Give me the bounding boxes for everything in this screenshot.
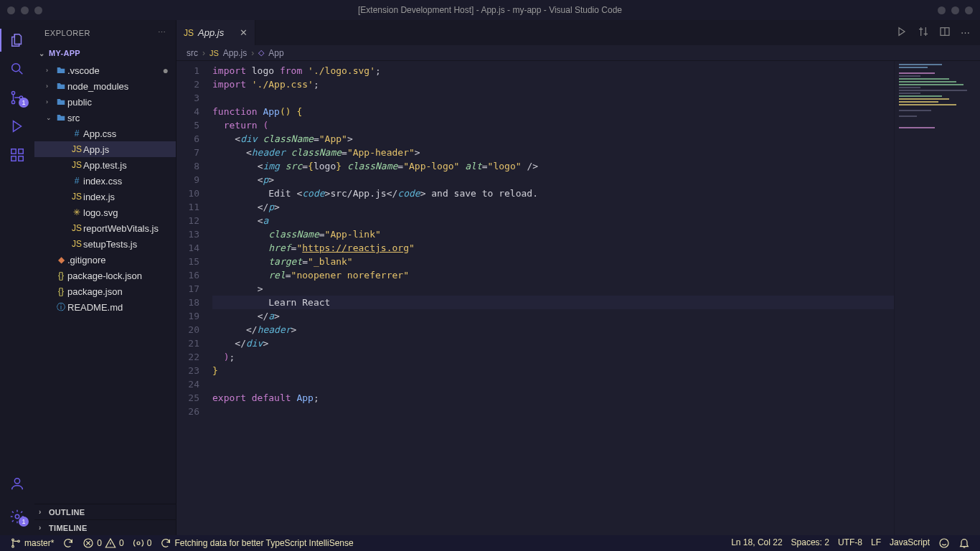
tree-file[interactable]: #index.css xyxy=(34,173,176,189)
tree-file[interactable]: JSApp.js xyxy=(34,141,176,157)
diff-icon[interactable] xyxy=(918,26,929,39)
code-content[interactable]: import logo from './logo.svg';import './… xyxy=(212,61,980,535)
tab-app-js[interactable]: JS App.js ✕ xyxy=(176,20,255,45)
status-language[interactable]: JavaScript xyxy=(885,537,934,547)
tree-file[interactable]: ◆.gitignore xyxy=(34,252,176,268)
outline-section[interactable]: › OUTLINE xyxy=(34,504,176,519)
tree-file[interactable]: {}package-lock.json xyxy=(34,268,176,283)
minimap[interactable] xyxy=(894,61,980,535)
editor-group: JS App.js ✕ ⋯ src › JS App.js xyxy=(176,20,980,535)
tree-folder[interactable]: ›public xyxy=(34,94,176,110)
status-encoding[interactable]: UTF-8 xyxy=(834,537,867,547)
sidebar-header: EXPLORER ⋯ xyxy=(34,20,176,45)
code-line[interactable]: Learn React xyxy=(212,296,980,309)
svg-point-16 xyxy=(940,539,948,547)
breadcrumb-item[interactable]: src xyxy=(187,48,198,58)
code-line[interactable]: Edit <code>src/App.js</code> and save to… xyxy=(212,187,980,200)
tree-file[interactable]: JSindex.js xyxy=(34,189,176,204)
tree-file[interactable]: ⓘREADME.md xyxy=(34,299,176,315)
code-line[interactable]: } xyxy=(212,364,980,377)
code-line[interactable]: target="_blank" xyxy=(212,255,980,268)
svg-rect-7 xyxy=(19,156,23,161)
activity-settings[interactable]: 1 xyxy=(0,502,34,531)
activity-accounts[interactable] xyxy=(0,469,34,498)
window-ctrl-icon[interactable] xyxy=(951,6,959,14)
window-ctrl-icon[interactable] xyxy=(965,6,973,14)
tree-file[interactable]: JSApp.test.js xyxy=(34,157,176,173)
project-section[interactable]: ⌄ MY-APP xyxy=(34,45,176,61)
status-ports[interactable]: 0 xyxy=(128,535,156,551)
code-line[interactable]: rel="noopener noreferrer" xyxy=(212,268,980,282)
tree-item-label: README.md xyxy=(67,302,123,313)
status-sync[interactable] xyxy=(58,535,78,551)
window-maximize-icon[interactable] xyxy=(34,6,42,14)
code-line[interactable]: </div> xyxy=(212,336,980,350)
code-line[interactable]: <header className="App-header"> xyxy=(212,146,980,159)
sync-icon xyxy=(62,537,74,549)
tree-folder[interactable]: ›.vscode● xyxy=(34,62,176,78)
svg-icon: ✳ xyxy=(70,207,83,217)
status-eol[interactable]: LF xyxy=(867,537,885,547)
svg-point-12 xyxy=(12,545,14,547)
chevron-right-icon: › xyxy=(39,508,49,516)
activity-explorer[interactable] xyxy=(0,26,34,55)
activity-source-control[interactable]: 1 xyxy=(0,83,34,112)
feedback-icon xyxy=(938,537,950,549)
tree-file[interactable]: JSreportWebVitals.js xyxy=(34,220,176,236)
window-minimize-icon[interactable] xyxy=(21,6,29,14)
close-icon[interactable]: ✕ xyxy=(240,27,248,38)
tree-file[interactable]: {}package.json xyxy=(34,283,176,299)
status-indent[interactable]: Spaces: 2 xyxy=(787,537,834,547)
status-branch[interactable]: master* xyxy=(6,535,58,551)
window-ctrl-icon[interactable] xyxy=(938,6,946,14)
code-line[interactable]: </header> xyxy=(212,323,980,336)
tree-item-label: package.json xyxy=(67,286,123,297)
code-line[interactable]: > xyxy=(212,282,980,296)
tree-item-label: .vscode xyxy=(67,65,100,76)
more-icon[interactable]: ⋯ xyxy=(961,27,970,38)
activity-run-debug[interactable] xyxy=(0,112,34,141)
activity-extensions[interactable] xyxy=(0,141,34,169)
radio-icon xyxy=(133,537,144,549)
code-editor[interactable]: 1234567891011121314151617181920212223242… xyxy=(176,61,980,535)
code-line[interactable]: </p> xyxy=(212,200,980,214)
code-line[interactable]: <div className="App"> xyxy=(212,132,980,146)
run-icon[interactable] xyxy=(896,26,908,39)
tree-file[interactable]: #App.css xyxy=(34,126,176,141)
code-line[interactable]: href="https://reactjs.org" xyxy=(212,241,980,255)
window-close-icon[interactable] xyxy=(7,6,15,14)
code-line[interactable]: function App() { xyxy=(212,105,980,118)
code-line[interactable]: </a> xyxy=(212,309,980,323)
folder-icon xyxy=(55,65,67,75)
code-line[interactable]: className="App-link" xyxy=(212,227,980,241)
sidebar-more-icon[interactable]: ⋯ xyxy=(158,28,166,37)
breadcrumb-item[interactable]: App xyxy=(268,48,283,58)
status-problems[interactable]: 0 0 xyxy=(78,535,128,551)
code-line[interactable]: import './App.css'; xyxy=(212,77,980,91)
code-line[interactable]: return ( xyxy=(212,118,980,132)
split-editor-icon[interactable] xyxy=(939,26,951,39)
status-line-col[interactable]: Ln 18, Col 22 xyxy=(727,537,786,547)
code-line[interactable]: ); xyxy=(212,350,980,364)
status-feedback[interactable] xyxy=(934,537,954,549)
activity-bar: 1 1 xyxy=(0,20,34,535)
code-line[interactable]: import logo from './logo.svg'; xyxy=(212,64,980,77)
code-line[interactable] xyxy=(212,91,980,105)
sidebar-title: EXPLORER xyxy=(44,29,90,37)
code-line[interactable]: <img src={logo} className="App-logo" alt… xyxy=(212,159,980,173)
code-line[interactable]: <a xyxy=(212,214,980,227)
status-fetching[interactable]: Fetching data for better TypeScript Inte… xyxy=(156,535,357,551)
tree-folder[interactable]: ›node_modules xyxy=(34,78,176,94)
tree-file[interactable]: JSsetupTests.js xyxy=(34,236,176,252)
code-line[interactable] xyxy=(212,377,980,391)
code-line[interactable]: <p> xyxy=(212,173,980,187)
tree-folder[interactable]: ⌄src xyxy=(34,110,176,126)
timeline-section[interactable]: › TIMELINE xyxy=(34,519,176,535)
tree-file[interactable]: ✳logo.svg xyxy=(34,204,176,220)
status-bell[interactable] xyxy=(954,537,974,549)
code-line[interactable]: export default App; xyxy=(212,391,980,405)
code-line[interactable] xyxy=(212,405,980,418)
breadcrumbs[interactable]: src › JS App.js › ◇ App xyxy=(176,45,980,61)
activity-search[interactable] xyxy=(0,55,34,83)
breadcrumb-item[interactable]: App.js xyxy=(223,48,247,58)
